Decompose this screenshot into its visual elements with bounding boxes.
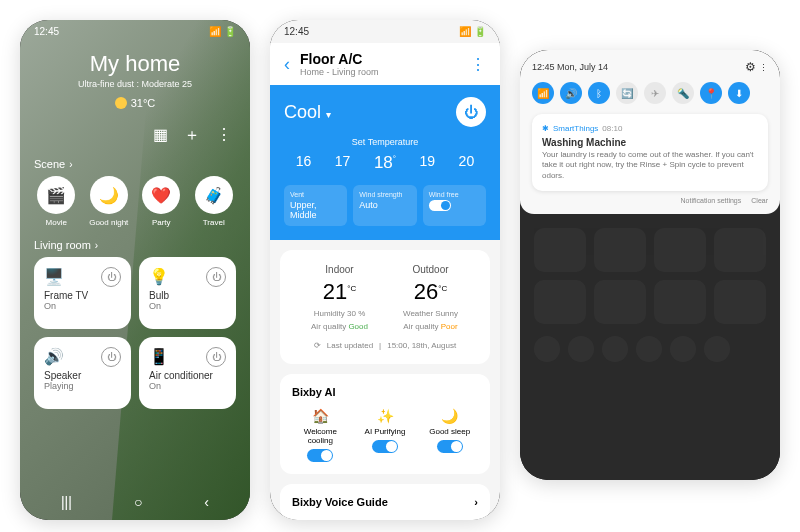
scene-icon: ❤️ <box>142 176 180 214</box>
more-icon[interactable]: ⋮ <box>759 63 768 73</box>
temperature: 31°C <box>131 97 156 109</box>
back-icon[interactable]: ‹ <box>284 54 290 75</box>
updated-time: 15:00, 18th, August <box>387 341 456 350</box>
notification-card[interactable]: ✱ SmartThings 08:10 Washing Machine Your… <box>532 114 768 191</box>
setting-wind-free[interactable]: Wind free <box>423 185 486 226</box>
scene-icon: 🧳 <box>195 176 233 214</box>
windfree-toggle[interactable] <box>429 200 451 211</box>
status-time: 12:45 <box>284 26 309 37</box>
mode-selector[interactable]: Cool ▾ <box>284 102 331 123</box>
updated-label: Last updated <box>327 341 373 350</box>
scene-icon: 🎬 <box>37 176 75 214</box>
qs-airplane[interactable]: ✈ <box>644 82 666 104</box>
notif-settings-link[interactable]: Notification settings <box>681 197 742 204</box>
refresh-icon[interactable]: ⟳ <box>314 341 321 350</box>
temp-option-20[interactable]: 20 <box>459 153 475 173</box>
notif-body: Your laundry is ready to come out of the… <box>542 150 758 181</box>
bixby-welcome-cooling: 🏠Welcome cooling <box>292 408 349 462</box>
room-header[interactable]: Living room › <box>34 239 236 251</box>
weather-row[interactable]: 31°C <box>34 97 236 109</box>
status-icons: 📶 🔋 <box>459 26 486 37</box>
status-time: 12:45 <box>34 26 59 37</box>
scene-header[interactable]: Scene › <box>34 158 236 170</box>
bixby-toggle[interactable] <box>307 449 333 462</box>
more-icon[interactable]: ⋮ <box>216 125 232 146</box>
bixby-ai-purifying: ✨AI Purifying <box>357 408 414 462</box>
status-icons: 📶 🔋 <box>209 26 236 37</box>
power-button[interactable]: ⏻ <box>206 347 226 367</box>
device-speaker[interactable]: 🔊SpeakerPlaying⏻ <box>34 337 131 409</box>
voice-guide-row[interactable]: Bixby Voice Guide › <box>280 484 490 520</box>
device-bulb[interactable]: 💡BulbOn⏻ <box>139 257 236 329</box>
power-button[interactable]: ⏻ <box>101 347 121 367</box>
dust-subtitle: Ultra-fine dust : Moderate 25 <box>34 79 236 89</box>
chevron-right-icon: › <box>69 159 72 170</box>
bixby-good-sleep: 🌙Good sleep <box>421 408 478 462</box>
notif-app: SmartThings <box>553 124 598 133</box>
setting-vent[interactable]: VentUpper, Middle <box>284 185 347 226</box>
scene-movie[interactable]: 🎬Movie <box>34 176 79 227</box>
indoor-temp: 21°C <box>294 279 385 305</box>
sun-icon <box>115 97 127 109</box>
temp-option-17[interactable]: 17 <box>335 153 351 173</box>
page-title: Floor A/C <box>300 51 460 67</box>
outdoor-label: Outdoor <box>385 264 476 275</box>
notif-time: 08:10 <box>602 124 622 133</box>
set-temp-label: Set Temperature <box>284 137 486 147</box>
power-button[interactable]: ⏻ <box>456 97 486 127</box>
temp-option-18[interactable]: 18° <box>374 153 396 173</box>
scene-good-night[interactable]: 🌙Good night <box>87 176 132 227</box>
smartthings-icon: ✱ <box>542 124 549 133</box>
notif-title: Washing Machine <box>542 137 758 148</box>
indoor-humidity: Humidity 30 % <box>294 309 385 318</box>
qs-sound[interactable]: 🔊 <box>560 82 582 104</box>
qs-bluetooth[interactable]: ᛒ <box>588 82 610 104</box>
device-air-conditioner[interactable]: 📱Air conditionerOn⏻ <box>139 337 236 409</box>
qs-extra[interactable]: ⬇ <box>728 82 750 104</box>
scene-icon: 🌙 <box>90 176 128 214</box>
qs-wifi[interactable]: 📶 <box>532 82 554 104</box>
indoor-label: Indoor <box>294 264 385 275</box>
dimmed-background <box>520 214 780 376</box>
chevron-right-icon: › <box>95 240 98 251</box>
home-title: My home <box>34 51 236 77</box>
setting-wind-strength[interactable]: Wind strengthAuto <box>353 185 416 226</box>
outdoor-aq: Air quality Poor <box>385 322 476 331</box>
power-button[interactable]: ⏻ <box>101 267 121 287</box>
notif-clear-button[interactable]: Clear <box>751 197 768 204</box>
add-icon[interactable]: ＋ <box>184 125 200 146</box>
outdoor-temp: 26°C <box>385 279 476 305</box>
temp-option-19[interactable]: 19 <box>420 153 436 173</box>
bixby-toggle[interactable] <box>437 440 463 453</box>
indoor-aq: Air quality Good <box>294 322 385 331</box>
qs-rotate[interactable]: 🔄 <box>616 82 638 104</box>
scene-travel[interactable]: 🧳Travel <box>192 176 237 227</box>
status-datetime: 12:45 Mon, July 14 <box>532 62 608 72</box>
devices-icon[interactable]: ▦ <box>153 125 168 146</box>
power-button[interactable]: ⏻ <box>206 267 226 287</box>
bixby-title: Bixby AI <box>292 386 478 398</box>
scene-party[interactable]: ❤️Party <box>139 176 184 227</box>
nav-home[interactable]: ○ <box>134 494 142 510</box>
chevron-right-icon: › <box>474 496 478 508</box>
temp-option-16[interactable]: 16 <box>296 153 312 173</box>
device-frame-tv[interactable]: 🖥️Frame TVOn⏻ <box>34 257 131 329</box>
page-subtitle: Home - Living room <box>300 67 460 77</box>
bixby-toggle[interactable] <box>372 440 398 453</box>
outdoor-weather: Weather Sunny <box>385 309 476 318</box>
nav-back[interactable]: ‹ <box>204 494 209 510</box>
settings-icon[interactable]: ⚙ <box>745 60 756 74</box>
qs-location[interactable]: 📍 <box>700 82 722 104</box>
qs-flashlight[interactable]: 🔦 <box>672 82 694 104</box>
nav-recent[interactable]: ||| <box>61 494 72 510</box>
more-icon[interactable]: ⋮ <box>470 55 486 74</box>
